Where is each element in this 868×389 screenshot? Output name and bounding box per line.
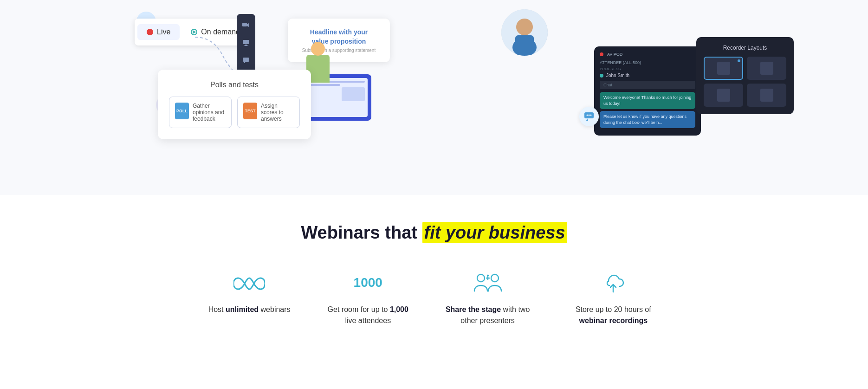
chat-close-dot [600,52,603,56]
progress-label: PROGRESS [600,67,695,71]
svg-point-13 [516,19,533,35]
feature-stage-text: Share the stage with twoother presenters [446,304,530,326]
thumb-preview-4 [760,89,773,102]
headline: Webinars that fit your business [9,223,859,243]
recorder-grid [704,57,786,107]
feature-attendees-text: Get room for up to 1,000live attendees [328,304,408,326]
test-option-text: Assign scores to answers [261,103,294,122]
upload-cloud-icon [597,271,629,297]
recorder-title: Recorder Layouts [704,45,786,51]
svg-point-21 [491,274,499,282]
stage-bold: Share the stage [446,305,501,313]
svg-rect-15 [515,35,534,45]
top-section: Live On demand [0,0,868,195]
presenter-avatar [501,9,548,56]
user-online-dot [600,74,603,78]
recorder-panel: Recorder Layouts [696,37,794,114]
headline-prefix: Webinars that [301,223,422,242]
bottom-section: Webinars that fit your business Host unl… [0,195,868,354]
svg-rect-4 [242,23,247,26]
poll-icon: POLL [175,103,189,119]
polls-options: POLL Gather opinions and feedback TEST A… [169,97,300,128]
live-dot [147,29,153,35]
webcam-card [487,9,562,56]
presenters-icon [472,271,504,297]
features-grid: Host unlimited webinars 1000 Get room fo… [155,271,713,326]
polls-panel: Polls and tests POLL Gather opinions and… [158,70,311,139]
chat-user-row: John Smith [600,73,695,78]
live-toggle-btn[interactable]: Live [137,24,180,40]
infinity-icon [233,271,266,297]
thumb-preview-1 [717,62,730,75]
feature-stage: Share the stage with twoother presenters [446,271,530,326]
feature-unlimited-text: Host unlimited webinars [208,304,291,315]
svg-point-20 [477,274,485,282]
live-label: Live [157,28,170,36]
unlimited-bold: unlimited [226,305,259,313]
poll-option-text: Gather opinions and feedback [193,103,226,122]
recorder-thumb-2[interactable] [747,57,786,80]
recorder-thumb-1[interactable] [704,57,743,80]
poll-option-poll[interactable]: POLL Gather opinions and feedback [169,97,232,128]
chat-panel: AV POD ATTENDEE (ALL 500) PROGRESS John … [594,46,701,136]
person-head [311,42,325,56]
svg-point-18 [589,115,590,116]
chat-input[interactable]: Chat [600,81,695,89]
thumb-active-dot [738,59,740,62]
thumb-preview-2 [760,62,773,75]
attendees-bold: 1,000 [390,305,408,313]
feature-attendees: 1000 Get room for up to 1,000live attend… [328,271,408,326]
chat-username: John Smith [606,73,629,78]
svg-point-17 [587,115,588,116]
recorder-thumb-3[interactable] [704,84,743,107]
number-1000-icon: 1000 [352,271,384,297]
svg-point-19 [590,115,592,116]
feature-unlimited: Host unlimited webinars [208,271,291,326]
poll-option-test[interactable]: TEST Assign scores to answers [237,97,300,128]
chat-header: AV POD [600,52,695,57]
headline-highlight: fit your business [422,222,567,243]
test-icon: TEST [243,103,257,119]
thumb-preview-3 [717,89,730,102]
chat-av-pod-label: AV POD [607,52,622,57]
recorder-thumb-4[interactable] [747,84,786,107]
recordings-bold: webinar recordings [579,317,648,324]
chat-bubble-2: Please let us know if you have any quest… [600,111,695,128]
chat-icon-bubble [579,107,599,126]
chat-attendees-count: ATTENDEE (ALL 500) [600,60,695,65]
attendees-number: 1000 [354,275,382,290]
feature-recordings: Store up to 20 hours of webinar recordin… [567,271,660,326]
polls-title: Polls and tests [169,81,300,89]
feature-recordings-text: Store up to 20 hours of webinar recordin… [567,304,660,326]
chat-bubble-1: Welcome everyone! Thanks so much for joi… [600,92,695,109]
